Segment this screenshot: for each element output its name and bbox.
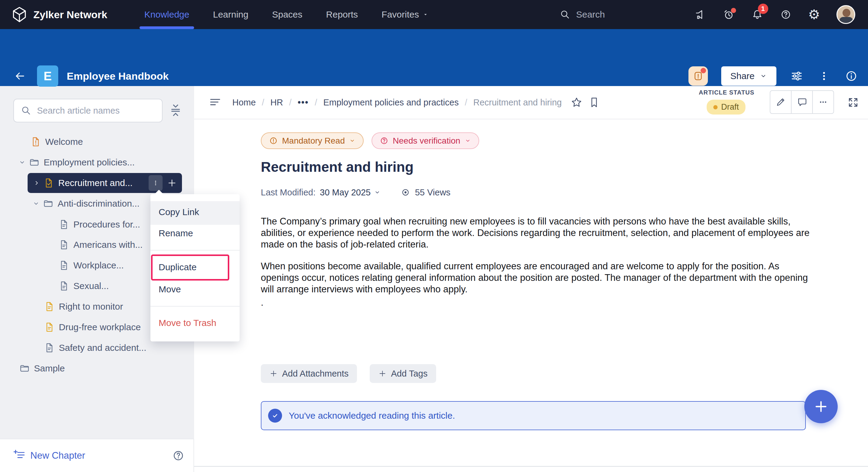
comments-button[interactable]: [791, 90, 813, 114]
tab-learning[interactable]: Learning: [213, 0, 248, 29]
article-footer-actions: Add Attachments Add Tags: [261, 364, 436, 383]
create-article-fab[interactable]: [804, 390, 838, 423]
manual-header-actions: Share: [688, 66, 858, 86]
chevron-down-icon[interactable]: [18, 159, 26, 166]
document-check-icon: [44, 178, 54, 188]
reminder-dot: [731, 8, 736, 13]
announcements-button[interactable]: [694, 8, 706, 21]
info-icon: [844, 69, 858, 83]
article-title: Recruitment and hiring: [261, 159, 413, 175]
menu-item-copy-link[interactable]: Copy Link: [150, 203, 240, 221]
sidebar-search-box[interactable]: [13, 99, 162, 123]
item-more-button[interactable]: [149, 175, 162, 191]
sidebar-folder-sample[interactable]: Sample: [0, 359, 194, 378]
views-count-label: 55 Views: [415, 188, 451, 198]
settings-button[interactable]: ⚙: [808, 8, 820, 21]
breadcrumb-ellipsis[interactable]: •••: [298, 98, 308, 107]
pencil-icon: [775, 97, 786, 107]
menu-item-move[interactable]: Move: [150, 280, 240, 298]
toggle-sidebar-icon[interactable]: [209, 96, 222, 109]
new-chapter-label: New Chapter: [30, 450, 85, 461]
sidebar-item-welcome[interactable]: Welcome: [0, 132, 194, 152]
article-status-label: ARTICLE STATUS: [699, 89, 753, 96]
question-circle-icon: [379, 136, 389, 145]
global-search-label: Search: [576, 9, 605, 20]
sidebar-search-input[interactable]: [37, 106, 152, 116]
item-add-button[interactable]: [167, 178, 177, 188]
add-attachments-button[interactable]: Add Attachments: [261, 364, 357, 383]
add-attachments-label: Add Attachments: [282, 369, 348, 379]
primary-nav: Knowledge Learning Spaces Reports Favori…: [144, 0, 429, 29]
breadcrumb-hr[interactable]: HR: [270, 98, 283, 107]
status-badge[interactable]: Draft: [707, 100, 746, 114]
tab-knowledge[interactable]: Knowledge: [144, 0, 189, 29]
tab-favorites-label: Favorites: [381, 9, 419, 20]
article-badges: Mandatory Read Needs verification: [261, 132, 479, 149]
reminders-button[interactable]: [723, 8, 735, 21]
manual-more-button[interactable]: [817, 69, 831, 83]
breadcrumb-separator: /: [315, 98, 317, 107]
tab-reports[interactable]: Reports: [326, 0, 358, 29]
folder-icon: [20, 363, 30, 374]
sidebar-item-label: Employment policies...: [44, 157, 135, 168]
global-search[interactable]: Search: [560, 9, 605, 20]
chevron-right-icon[interactable]: [33, 179, 41, 187]
chevron-down-icon[interactable]: [374, 189, 381, 196]
sidebar-item-label: Welcome: [45, 137, 83, 147]
help-button[interactable]: [780, 8, 792, 21]
plus-icon: [813, 399, 829, 414]
item-context-menu: Copy Link Rename Duplicate Move Move to …: [150, 194, 240, 341]
user-avatar[interactable]: [836, 5, 855, 24]
back-arrow-icon[interactable]: [13, 69, 27, 83]
breadcrumb-employment-policies[interactable]: Employment policies and practices: [323, 98, 459, 107]
acknowledgement-text: You've acknowledged reading this article…: [289, 410, 455, 421]
tab-favorites[interactable]: Favorites: [381, 0, 429, 29]
plus-icon: [269, 369, 278, 378]
article-paragraph: When positions become available, qualifi…: [261, 261, 811, 295]
acknowledgement-banner: You've acknowledged reading this article…: [261, 401, 806, 430]
breadcrumb-home[interactable]: Home: [232, 98, 256, 107]
pending-alert-button[interactable]: [688, 66, 708, 86]
document-icon: [59, 220, 69, 230]
needs-verification-badge[interactable]: Needs verification: [372, 132, 479, 149]
help-circle-icon[interactable]: [172, 449, 185, 462]
fullscreen-icon[interactable]: [847, 96, 860, 109]
new-chapter-icon: [13, 449, 26, 462]
mandatory-read-badge[interactable]: Mandatory Read: [261, 132, 364, 149]
sidebar-item-label: Workplace...: [73, 260, 124, 271]
megaphone-icon: [694, 8, 706, 21]
top-navbar: Zylker Network Knowledge Learning Spaces…: [0, 0, 868, 29]
chevron-down-icon[interactable]: [32, 200, 40, 207]
document-exclaim-icon: [31, 137, 41, 147]
article-toolbar: Home / HR / ••• / Employment policies an…: [194, 86, 868, 120]
last-modified-label: Last Modified:: [261, 188, 316, 198]
article-paragraph: The Company’s primary goal when recruiti…: [261, 216, 811, 250]
sidebar-folder-employment-policies[interactable]: Employment policies...: [0, 153, 194, 172]
collapse-all-icon[interactable]: [168, 104, 183, 117]
new-chapter-button[interactable]: New Chapter: [13, 449, 85, 462]
notifications-button[interactable]: 1: [751, 8, 763, 21]
sidebar-item-label: Americans with...: [73, 240, 143, 250]
manual-settings-button[interactable]: [790, 69, 804, 83]
edit-article-button[interactable]: [770, 90, 792, 114]
menu-item-rename[interactable]: Rename: [150, 224, 240, 242]
share-button-label: Share: [730, 71, 754, 81]
sidebar-item-label: Recruitment and...: [58, 178, 132, 188]
share-button[interactable]: Share: [721, 66, 776, 86]
breadcrumb-separator: /: [465, 98, 467, 107]
star-icon[interactable]: [571, 97, 582, 108]
add-tags-button[interactable]: Add Tags: [370, 364, 436, 383]
article-status-block: ARTICLE STATUS Draft: [699, 89, 753, 114]
menu-item-duplicate[interactable]: Duplicate: [150, 258, 240, 276]
bookmark-icon[interactable]: [588, 97, 600, 108]
content-bottom-divider: [194, 466, 868, 467]
search-icon: [21, 105, 32, 116]
manual-info-button[interactable]: [844, 69, 858, 83]
tab-spaces[interactable]: Spaces: [272, 0, 302, 29]
sidebar-item-label: Drug-free workplace: [59, 322, 141, 332]
manual-header: E Employee Handbook Share: [0, 29, 868, 86]
chevron-down-icon: [349, 137, 356, 144]
more-actions-button[interactable]: [812, 90, 834, 114]
zylker-logo-icon: [11, 6, 27, 23]
menu-item-move-to-trash[interactable]: Move to Trash: [150, 314, 240, 332]
